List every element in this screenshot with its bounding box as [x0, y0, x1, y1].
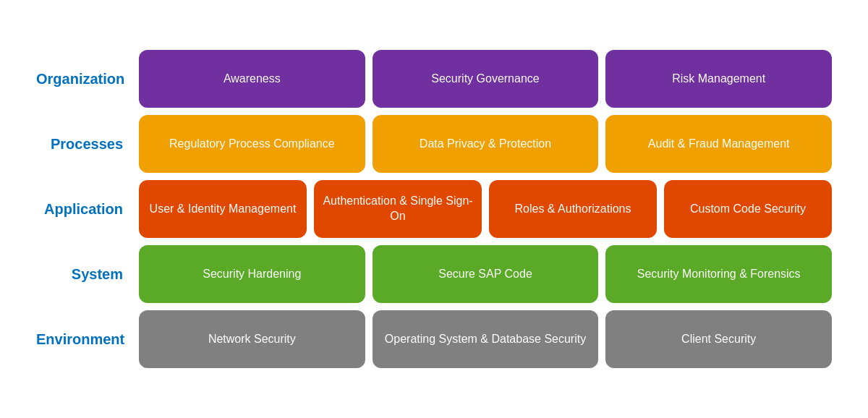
row-system: SystemSecurity HardeningSecure SAP CodeS… — [36, 245, 832, 303]
cell-2-1: Authentication & Single Sign-On — [314, 180, 482, 238]
row-label-4: Environment — [36, 331, 130, 348]
cell-0-2: Risk Management — [605, 50, 832, 108]
cell-2-3: Custom Code Security — [664, 180, 832, 238]
cell-3-1: Secure SAP Code — [373, 245, 599, 303]
row-application: ApplicationUser & Identity ManagementAut… — [36, 180, 832, 238]
cell-2-0: User & Identity Management — [139, 180, 307, 238]
cell-3-2: Security Monitoring & Forensics — [605, 245, 832, 303]
row-cells-2: User & Identity ManagementAuthentication… — [139, 180, 832, 238]
row-environment: EnvironmentNetwork SecurityOperating Sys… — [36, 310, 832, 368]
cell-4-1: Operating System & Database Security — [373, 310, 599, 368]
cell-3-0: Security Hardening — [139, 245, 365, 303]
row-processes: ProcessesRegulatory Process ComplianceDa… — [36, 115, 832, 173]
cell-1-0: Regulatory Process Compliance — [139, 115, 365, 173]
cell-4-2: Client Security — [605, 310, 832, 368]
cell-1-1: Data Privacy & Protection — [373, 115, 599, 173]
cell-0-1: Security Governance — [373, 50, 599, 108]
row-cells-4: Network SecurityOperating System & Datab… — [139, 310, 832, 368]
row-label-0: Organization — [36, 71, 130, 88]
security-diagram: OrganizationAwarenessSecurity Governance… — [36, 50, 832, 368]
cell-2-2: Roles & Authorizations — [489, 180, 657, 238]
cell-1-2: Audit & Fraud Management — [605, 115, 832, 173]
row-cells-0: AwarenessSecurity GovernanceRisk Managem… — [139, 50, 832, 108]
row-organization: OrganizationAwarenessSecurity Governance… — [36, 50, 832, 108]
cell-0-0: Awareness — [139, 50, 365, 108]
row-label-2: Application — [36, 201, 130, 218]
row-label-1: Processes — [36, 136, 130, 153]
row-cells-1: Regulatory Process ComplianceData Privac… — [139, 115, 832, 173]
row-label-3: System — [36, 266, 130, 283]
cell-4-0: Network Security — [139, 310, 365, 368]
row-cells-3: Security HardeningSecure SAP CodeSecurit… — [139, 245, 832, 303]
